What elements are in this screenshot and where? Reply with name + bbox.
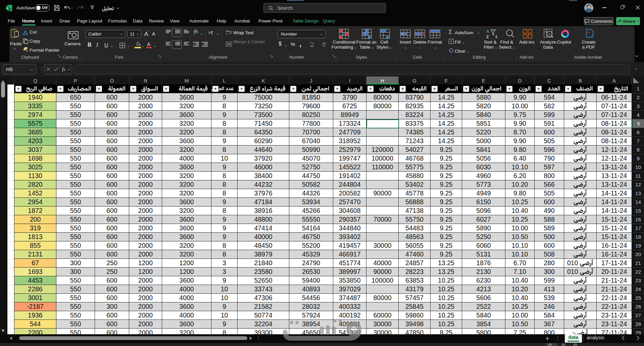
svg-text:A: A <box>587 31 590 34</box>
svg-text:.00: .00 <box>310 45 314 47</box>
svg-text:Z: Z <box>486 35 489 39</box>
svg-text:c: c <box>226 32 227 35</box>
svg-text:A: A <box>486 29 489 34</box>
svg-text:x: x <box>7 6 9 10</box>
